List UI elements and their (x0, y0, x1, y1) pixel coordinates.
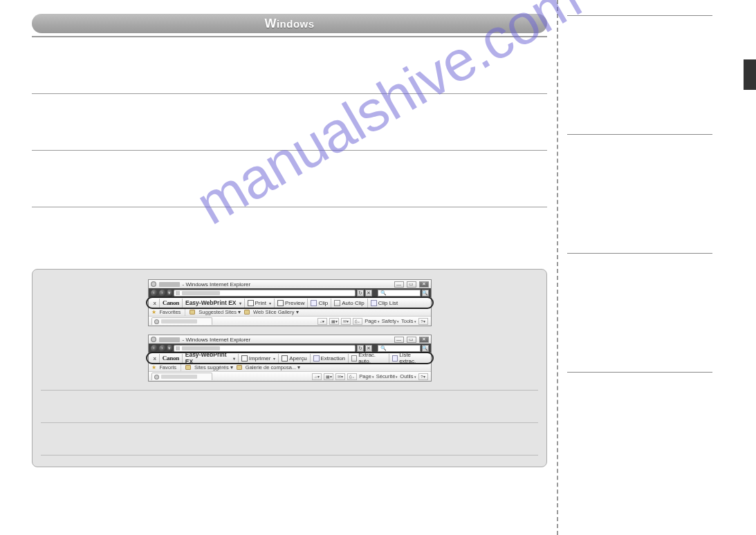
minimize-button[interactable]: — (394, 281, 404, 288)
menu-page[interactable]: Page (359, 373, 374, 379)
search-icon: 🔍 (380, 346, 387, 351)
star-icon[interactable]: ★ (151, 309, 156, 315)
feeds-button[interactable]: ▦▾ (329, 318, 339, 325)
home-button[interactable]: ⌂▾ (312, 373, 322, 380)
vertical-divider (557, 0, 558, 535)
help-button[interactable]: ?▾ (418, 373, 428, 380)
star-icon[interactable]: ★ (151, 364, 156, 370)
titlebar: - Windows Internet Explorer — ▭ ✕ (149, 335, 431, 344)
fav-item[interactable]: Sites suggérés ▾ (194, 364, 233, 370)
folder-icon (237, 365, 242, 370)
navbar: ‹ › ▾ ↻ ✕ 🔍 🔍 (149, 288, 431, 297)
print-button[interactable]: ⎙▾ (353, 318, 362, 325)
browser-window: - Windows Internet Explorer — ▭ ✕‹ › ▾ ↻… (148, 335, 432, 382)
stop-button[interactable]: ✕ (365, 290, 372, 297)
browser-tab[interactable] (151, 317, 212, 325)
header-badge: Windows (264, 17, 314, 31)
toolbar-aperu-button[interactable]: Aperçu (279, 353, 308, 363)
tab-icon (154, 319, 159, 324)
search-box[interactable]: 🔍 (378, 290, 421, 297)
fav-item[interactable]: Galerie de composa... ▾ (246, 364, 300, 370)
toolbar-close[interactable]: x (151, 353, 158, 363)
search-go[interactable]: 🔍 (422, 290, 429, 297)
menu-safety[interactable]: Safety (382, 318, 399, 324)
tab-bar: ⌂▾ ▦▾ ✉▾ ⎙▾ PageSafetyTools ?▾ (149, 316, 431, 326)
address-bar[interactable] (174, 345, 356, 352)
search-box[interactable]: 🔍 (378, 345, 421, 352)
preview-icon (282, 355, 288, 362)
menu-tools[interactable]: Tools (401, 318, 416, 324)
printer-icon (248, 300, 254, 306)
screenshot-inset-box: - Windows Internet Explorer — ▭ ✕‹ › ▾ ↻… (32, 269, 547, 467)
preview-icon (277, 300, 284, 306)
product-name[interactable]: Easy-WebPrint EX (183, 298, 243, 308)
menu-outils[interactable]: Outils (400, 373, 416, 379)
titlebar: - Windows Internet Explorer — ▭ ✕ (149, 280, 431, 288)
window-close-button[interactable]: ✕ (419, 281, 429, 288)
maximize-button[interactable]: ▭ (407, 281, 416, 288)
browser-tab[interactable] (151, 373, 212, 380)
search-icon: 🔍 (380, 290, 387, 296)
tab-tools: ⌂▾ ▦▾ ✉▾ ⎙▾ PageSafetyTools ?▾ (317, 318, 427, 325)
feeds-button[interactable]: ▦▾ (324, 373, 333, 380)
toolbar-close[interactable]: x (151, 298, 158, 308)
toolbar-clip-button[interactable]: Clip (308, 298, 330, 308)
ie-icon (151, 337, 156, 342)
menu-sécurité[interactable]: Sécurité (376, 373, 398, 379)
favorites-label[interactable]: Favorites (160, 309, 181, 315)
favorites-label[interactable]: Favoris (160, 364, 177, 370)
forward-button[interactable]: › (159, 290, 166, 297)
tab-tools: ⌂▾ ▦▾ ✉▾ ⎙▾ PageSécuritéOutils ?▾ (312, 373, 427, 380)
toolbar-cliplist-button[interactable]: Clip List (369, 298, 400, 308)
minimize-button[interactable]: — (394, 337, 404, 343)
canon-logo: Canon (160, 353, 181, 363)
clip-icon (311, 300, 317, 306)
print-button[interactable]: ⎙▾ (347, 373, 357, 380)
toolbar-imprimer-button[interactable]: Imprimer (239, 353, 278, 363)
toolbar-extracauto-button[interactable]: Extrac. auto. (349, 353, 388, 363)
toolbar-preview-button[interactable]: Preview (275, 298, 306, 308)
window-close-button[interactable]: ✕ (419, 337, 429, 343)
folder-icon (244, 310, 250, 315)
right-column (567, 7, 712, 373)
product-name[interactable]: Easy-WebPrint EX (183, 353, 237, 363)
mail-button[interactable]: ✉▾ (335, 373, 345, 380)
search-go[interactable]: 🔍 (422, 345, 429, 352)
fav-item[interactable]: Suggested Sites ▾ (199, 309, 241, 315)
address-bar[interactable] (174, 290, 356, 297)
cliplist-icon (392, 355, 398, 362)
lock-icon (176, 346, 180, 350)
easy-webprint-toolbar: x Canon Easy-WebPrint EXPrintPreviewClip… (149, 297, 431, 308)
header-pill: Windows (32, 14, 547, 33)
page-tab-marker (744, 59, 756, 90)
title-blur (159, 282, 180, 287)
toolbar-autoclip-button[interactable]: Auto Clip (332, 298, 366, 308)
folder-icon (185, 365, 191, 370)
canon-logo: Canon (160, 298, 181, 308)
lock-icon (176, 291, 180, 295)
stop-button[interactable]: ✕ (365, 345, 372, 352)
back-button[interactable]: ‹ (151, 290, 158, 297)
refresh-button[interactable]: ↻ (357, 345, 364, 352)
nav-dd[interactable]: ▾ (167, 290, 172, 297)
title-blur (159, 337, 180, 342)
refresh-button[interactable]: ↻ (357, 290, 364, 297)
toolbar-print-button[interactable]: Print (246, 298, 273, 308)
home-button[interactable]: ⌂▾ (317, 318, 327, 325)
ie-icon (151, 281, 156, 287)
forward-button[interactable]: › (159, 345, 166, 352)
nav-dd[interactable]: ▾ (167, 345, 172, 352)
tab-icon (154, 375, 159, 379)
toolbar-listeextrac-button[interactable]: Liste extrac. (390, 353, 428, 363)
toolbar-extraction-button[interactable]: Extraction (311, 353, 348, 363)
clip-icon (313, 355, 320, 362)
tab-title-blur (161, 375, 197, 379)
maximize-button[interactable]: ▭ (407, 337, 416, 343)
menu-page[interactable]: Page (365, 318, 380, 324)
fav-item[interactable]: Web Slice Gallery ▾ (253, 309, 299, 315)
help-button[interactable]: ?▾ (418, 318, 428, 325)
back-button[interactable]: ‹ (151, 345, 158, 352)
title-suffix: - Windows Internet Explorer (183, 337, 251, 343)
mail-button[interactable]: ✉▾ (341, 318, 351, 325)
title-suffix: - Windows Internet Explorer (183, 281, 251, 288)
